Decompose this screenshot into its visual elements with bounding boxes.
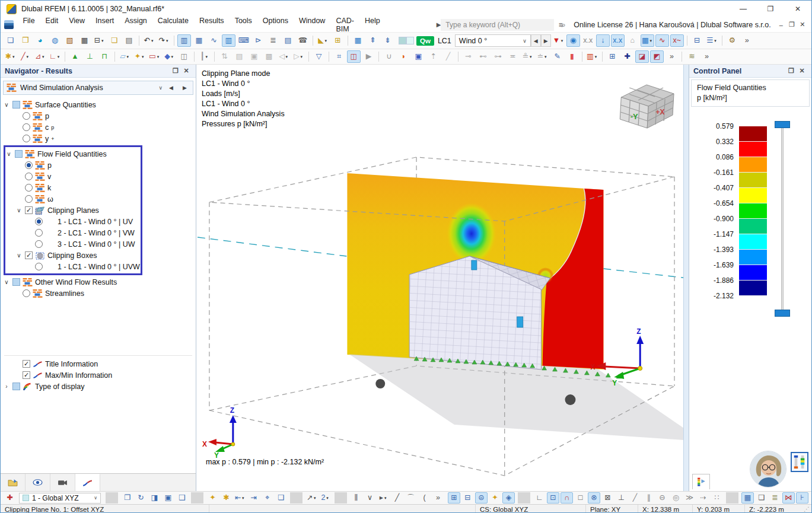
save-graphic-button[interactable]: ▧▾: [63, 34, 77, 47]
tree-item[interactable]: 3 - LC1 - Wind 0 ° | UW: [5, 238, 141, 250]
angle-guide-button[interactable]: ∨▾: [364, 492, 376, 504]
opening-button[interactable]: ▭▾: [148, 50, 161, 63]
solid-render-button[interactable]: ⌂▾: [626, 34, 639, 47]
display-option-item[interactable]: Max/Min Information: [3, 369, 196, 381]
surface-support-button[interactable]: ⊓▾: [98, 50, 112, 63]
tree-item[interactable]: Streamlines: [3, 288, 196, 299]
clip-plane-edit-button[interactable]: ▣▾: [162, 492, 174, 504]
stack-button[interactable]: ≋▾: [685, 50, 699, 63]
tree-item[interactable]: 1 - LC1 - Wind 0 ° | UV: [5, 216, 141, 227]
navigator-float-icon[interactable]: ❐: [170, 67, 181, 75]
member-button[interactable]: ┃▾: [198, 50, 211, 63]
tree-item[interactable]: y+: [3, 133, 196, 144]
analysis-select[interactable]: Wind Simulation Analysis ∨ ◀ ▶: [3, 81, 193, 95]
snap-parallel-button[interactable]: ∥▾: [642, 492, 655, 504]
vector-guide-button[interactable]: ▸▾: [377, 492, 390, 504]
snap-center-button[interactable]: ⊠▾: [601, 492, 614, 504]
load-wizard-button[interactable]: ▷▾: [292, 50, 305, 63]
result-beam-button[interactable]: ∪▾: [382, 50, 396, 63]
menu-item[interactable]: View: [63, 14, 90, 36]
support-center-button[interactable]: ☎▾: [296, 34, 310, 47]
snap-dx-button[interactable]: ✦▾: [206, 492, 219, 504]
tree-item[interactable]: cp: [3, 122, 196, 133]
menu-item[interactable]: Options: [257, 14, 294, 36]
snap-guide-button[interactable]: ◈▾: [502, 492, 515, 504]
surface-load-button[interactable]: ▣▾: [247, 50, 261, 63]
more-2-button[interactable]: »▾: [665, 50, 679, 63]
show-values-button[interactable]: x.x▾: [611, 34, 625, 47]
mesh-settings-button[interactable]: ✚▾: [620, 50, 634, 63]
object-snap-button[interactable]: ⋈▾: [782, 492, 795, 504]
panel-minimize-icon[interactable]: –: [776, 21, 786, 28]
previous-load-case-button[interactable]: ◀: [531, 34, 541, 47]
tree-item[interactable]: ∨ Clipping Boxes: [5, 250, 141, 261]
solid-button[interactable]: ◆▾: [163, 50, 176, 63]
mesh-button[interactable]: ⊞▾: [606, 50, 619, 63]
snap-ellipse-button[interactable]: ◎▾: [670, 492, 682, 504]
control-panel-float-icon[interactable]: ❐: [786, 67, 797, 75]
clip-plane-flip-button[interactable]: ◨▾: [148, 492, 161, 504]
tab-display-navigator[interactable]: [26, 474, 50, 491]
snap-dxx-button[interactable]: ✱▾: [220, 492, 233, 504]
grid-points-button[interactable]: ⊞▾: [448, 492, 460, 504]
menu-item[interactable]: Window: [294, 14, 330, 36]
result-values-button[interactable]: x.x▾: [581, 34, 595, 47]
tab-results-navigator[interactable]: [75, 474, 100, 491]
frame-view-button[interactable]: ◫▾: [347, 50, 361, 63]
menu-item[interactable]: Tools: [230, 14, 257, 36]
work-box-button[interactable]: ❏▾: [275, 492, 287, 504]
dim-xx-button[interactable]: ⇥▾: [247, 492, 260, 504]
more-draw-button[interactable]: »▾: [432, 492, 444, 504]
polyline-button[interactable]: ∟▾: [48, 50, 62, 63]
navigator-close-icon[interactable]: ✕: [181, 67, 192, 75]
tree-item[interactable]: p: [3, 110, 196, 122]
tables-toggle-button[interactable]: ▦▾: [192, 34, 206, 47]
tree-item[interactable]: v: [5, 171, 141, 182]
undo-button[interactable]: ↶▾: [142, 34, 156, 47]
console-button[interactable]: ⌨▾: [237, 34, 250, 47]
coordinate-system-select[interactable]: 1 - Global XYZ ∨: [19, 493, 101, 504]
control-panel-close-icon[interactable]: ✕: [797, 67, 807, 75]
station-button[interactable]: ⌖▾: [261, 492, 273, 504]
result-table-button[interactable]: ▦▾: [641, 34, 654, 47]
panel-toggle-button[interactable]: ▥▾: [222, 34, 235, 47]
reactions-button[interactable]: ⇡▾: [426, 50, 440, 63]
dim-x-button[interactable]: ⇤▾: [234, 492, 246, 504]
tree-item[interactable]: ∨ Clipping Planes: [5, 205, 141, 216]
surface-button[interactable]: ▱▾: [118, 50, 132, 63]
free-load-button[interactable]: ▩▾: [262, 50, 276, 63]
clip-box-edit-button[interactable]: ❑▾: [176, 492, 188, 504]
display-option-item[interactable]: Title Information: [3, 358, 196, 369]
tree-item[interactable]: ∨ Other Wind Flow Results: [3, 276, 196, 288]
slider-handle-max[interactable]: [775, 121, 790, 128]
more-toolbar-button[interactable]: »▾: [740, 34, 754, 47]
grid-edit-button[interactable]: ⊟▾: [461, 492, 474, 504]
line-type-button[interactable]: ⊿▾: [33, 50, 47, 63]
move-cs-button[interactable]: ✚: [4, 492, 16, 504]
report-button[interactable]: ▤▾: [281, 34, 295, 47]
work-plane-button[interactable]: ⌗▾: [332, 50, 346, 63]
result-diagram-button[interactable]: ∿▾: [655, 34, 669, 47]
building-model[interactable]: [409, 256, 550, 369]
line-load-button[interactable]: ▤▾: [233, 50, 246, 63]
restore-button[interactable]: ❐: [757, 1, 784, 17]
filter-button[interactable]: ▽▾: [312, 50, 326, 63]
navigator-toggle-button[interactable]: ▥▾: [177, 34, 191, 47]
panel-settings-button[interactable]: [791, 452, 808, 472]
table-button[interactable]: ▦▾: [351, 34, 365, 47]
search-expand-icon[interactable]: ▶: [437, 21, 441, 28]
line-support-button[interactable]: ⊥▾: [83, 50, 97, 63]
rainbow-results-button[interactable]: ◗▾: [397, 50, 410, 63]
next-analysis-button[interactable]: ▶: [180, 82, 190, 93]
user-avatar[interactable]: [750, 451, 786, 487]
show-min-max-button[interactable]: ↓▾: [596, 34, 610, 47]
snap-intersection-button[interactable]: ⊗▾: [588, 492, 600, 504]
insert-below-button[interactable]: ⇟▾: [381, 34, 394, 47]
snap-mid-button[interactable]: ⇢▾: [697, 492, 709, 504]
script-console-button[interactable]: ⊳▾: [251, 34, 265, 47]
menu-item[interactable]: Assign: [119, 14, 152, 36]
color-scale-button[interactable]: ▥▾: [585, 50, 599, 63]
diagram-t-button[interactable]: ≖▾: [506, 50, 520, 63]
clipping-box-button[interactable]: ◩▾: [650, 50, 664, 63]
grid-global-button[interactable]: ⊜▾: [475, 492, 488, 504]
